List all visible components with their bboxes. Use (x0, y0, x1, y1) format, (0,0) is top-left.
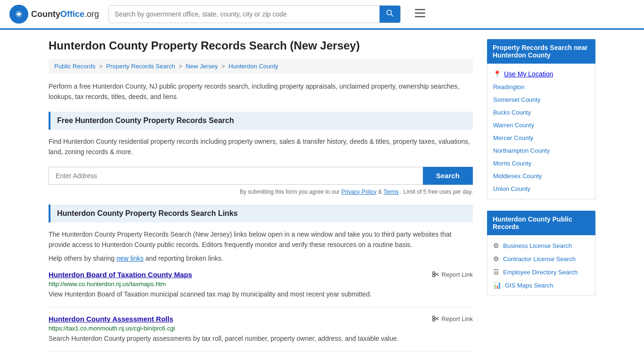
sidebar-gis-maps[interactable]: 📊 GIS Maps Search (487, 279, 595, 292)
gear-icon-2: ⚙ (493, 255, 499, 263)
record-link-header-2: Hunterdon County Assessment Rolls Report… (49, 315, 473, 323)
disclaimer-limit: . Limit of 5 free uses per day. (400, 189, 473, 195)
somerset-link[interactable]: Somerset County (493, 96, 540, 103)
sidebar-public-records-list: ⚙ Business License Search ⚙ Contractor L… (487, 235, 595, 296)
mercer-link[interactable]: Mercer County (493, 134, 533, 141)
breadcrumb-sep-2: > (179, 63, 184, 70)
menu-icon[interactable] (415, 8, 425, 20)
record-link-desc-1: View Hunterdon Board of Taxation municip… (49, 289, 473, 299)
disclaimer-amp: & (378, 189, 383, 195)
property-search-form: Search By submitting this form you agree… (49, 167, 473, 195)
links-section: Hunterdon County Property Records Search… (49, 205, 473, 352)
global-search-input[interactable] (109, 6, 380, 23)
report-link-label-1: Report Link (442, 271, 473, 278)
svg-rect-5 (415, 9, 425, 10)
main-content: Hunterdon County Property Records Search… (49, 39, 473, 359)
logo-icon (9, 5, 28, 24)
record-link-title-2[interactable]: Hunterdon County Assessment Rolls (49, 315, 173, 323)
logo-svg (13, 8, 25, 20)
breadcrumb-property-records[interactable]: Property Records Search (106, 63, 175, 70)
sidebar-item-mercer[interactable]: Mercer County (487, 132, 595, 144)
privacy-policy-link[interactable]: Privacy Policy (341, 189, 377, 195)
sidebar-employee-directory[interactable]: ☰ Employee Directory Search (487, 265, 595, 279)
bucks-link[interactable]: Bucks County (493, 109, 531, 116)
sidebar-item-bucks[interactable]: Bucks County (487, 106, 595, 119)
morris-link[interactable]: Morris County (493, 160, 531, 167)
svg-point-8 (432, 272, 435, 274)
search-form-row: Search (49, 167, 473, 185)
record-link-url-1: http://www.co.hunterdon.nj.us/taxmaps.ht… (49, 280, 473, 288)
list-icon: ☰ (493, 268, 499, 276)
sidebar-item-warren[interactable]: Warren County (487, 119, 595, 132)
address-search-button[interactable]: Search (423, 167, 473, 185)
disclaimer-text: By submitting this form you agree to our (240, 189, 340, 195)
page-title: Hunterdon County Property Records Search… (49, 39, 473, 52)
sidebar-use-my-location[interactable]: 📍 Use My Location (487, 67, 595, 81)
union-link[interactable]: Union County (493, 185, 530, 192)
breadcrumb-public-records[interactable]: Public Records (54, 63, 95, 70)
global-search-button[interactable] (380, 6, 400, 23)
help-text-pre: Help others by sharing (49, 255, 116, 262)
header: CountyOffice.org (0, 0, 644, 30)
page-description: Perform a free Hunterdon County, NJ publ… (49, 81, 473, 102)
chart-icon: 📊 (493, 281, 501, 289)
svg-rect-6 (415, 13, 425, 14)
record-link-item-2: Hunterdon County Assessment Rolls Report… (49, 315, 473, 352)
employee-directory-link[interactable]: Employee Directory Search (503, 269, 578, 276)
contractor-license-link[interactable]: Contractor License Search (503, 255, 576, 263)
northampton-link[interactable]: Northampton County (493, 147, 550, 154)
svg-point-13 (432, 319, 435, 321)
gear-icon-1: ⚙ (493, 242, 499, 249)
sidebar-nearby-section: Property Records Search near Hunterdon C… (487, 39, 595, 199)
report-link-2[interactable]: Report Link (432, 315, 473, 322)
record-link-item: Hunterdon Board of Taxation County Maps … (49, 271, 473, 307)
sidebar-business-license[interactable]: ⚙ Business License Search (487, 239, 595, 252)
sidebar-public-records-title: Hunterdon County Public Records (487, 211, 595, 235)
sidebar-item-morris[interactable]: Morris County (487, 157, 595, 170)
content-wrapper: Hunterdon County Property Records Search… (39, 30, 605, 362)
form-disclaimer: By submitting this form you agree to our… (49, 189, 473, 195)
svg-point-9 (432, 275, 435, 277)
svg-point-2 (17, 13, 20, 16)
record-link-desc-2: Search Hunterdon County property assessm… (49, 334, 473, 344)
business-license-link[interactable]: Business License Search (503, 242, 572, 249)
hamburger-icon (415, 9, 425, 17)
sidebar-item-union[interactable]: Union County (487, 182, 595, 195)
links-section-heading: Hunterdon County Property Records Search… (49, 205, 473, 222)
logo[interactable]: CountyOffice.org (9, 5, 99, 24)
breadcrumb-hunterdon-county[interactable]: Hunterdon County (229, 63, 279, 70)
breadcrumb-new-jersey[interactable]: New Jersey (186, 63, 218, 70)
sidebar: Property Records Search near Hunterdon C… (487, 39, 595, 359)
new-links-link[interactable]: new links (116, 255, 144, 262)
readington-link[interactable]: Readington (493, 83, 525, 90)
sidebar-item-northampton[interactable]: Northampton County (487, 144, 595, 157)
use-my-location-link[interactable]: Use My Location (504, 70, 553, 78)
breadcrumb-sep-1: > (99, 63, 104, 70)
middlesex-link[interactable]: Middlesex County (493, 173, 542, 180)
breadcrumb-sep-3: > (222, 63, 227, 70)
logo-text: CountyOffice.org (31, 9, 99, 19)
logo-tld: .org (84, 9, 99, 19)
search-icon (386, 9, 394, 17)
address-input[interactable] (49, 167, 423, 185)
scissors-icon-2 (432, 315, 439, 322)
record-link-url-2: https://tax1.co.monmouth.nj.us/cgi-bin/p… (49, 325, 473, 332)
record-link-title-1[interactable]: Hunterdon Board of Taxation County Maps (49, 271, 192, 279)
free-search-heading: Free Hunterdon County Property Records S… (49, 112, 473, 130)
terms-link[interactable]: Terms (383, 189, 399, 195)
sidebar-nearby-list: 📍 Use My Location Readington Somerset Co… (487, 64, 595, 199)
sidebar-item-middlesex[interactable]: Middlesex County (487, 170, 595, 182)
scissors-icon-1 (432, 271, 439, 278)
gis-maps-link[interactable]: GIS Maps Search (505, 282, 553, 289)
help-text-post: and reporting broken links. (144, 255, 223, 262)
warren-link[interactable]: Warren County (493, 122, 534, 129)
sidebar-contractor-license[interactable]: ⚙ Contractor License Search (487, 252, 595, 265)
record-link-header-1: Hunterdon Board of Taxation County Maps … (49, 271, 473, 279)
sidebar-item-readington[interactable]: Readington (487, 81, 595, 93)
global-search-bar (108, 5, 401, 23)
report-link-1[interactable]: Report Link (432, 271, 473, 278)
links-description: The Hunterdon County Property Records Se… (49, 229, 473, 250)
svg-line-4 (391, 15, 394, 17)
report-link-label-2: Report Link (442, 315, 473, 322)
sidebar-item-somerset[interactable]: Somerset County (487, 93, 595, 106)
